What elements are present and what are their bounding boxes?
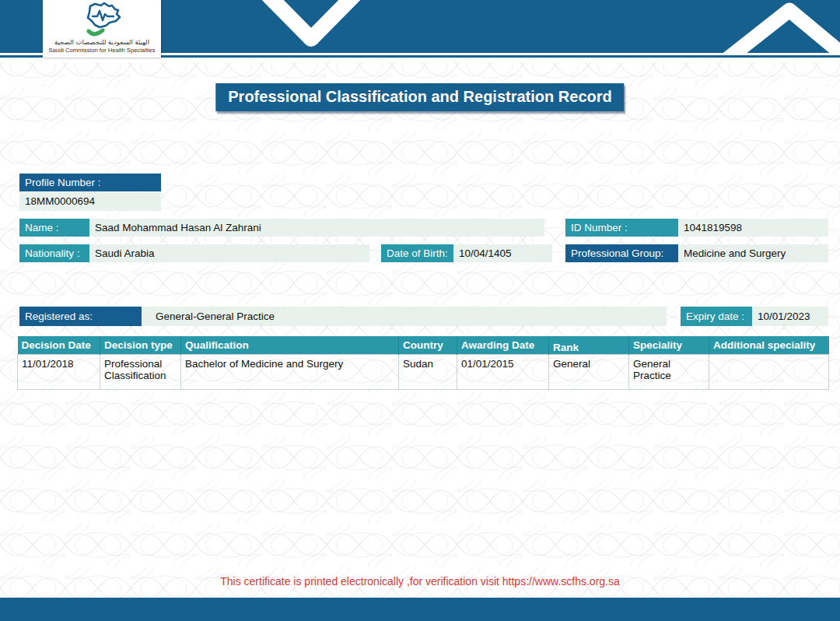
- column-header-country: Country: [399, 336, 457, 355]
- cell-decision-date: 11/01/2018: [18, 355, 100, 390]
- id-number-label: ID Number :: [565, 219, 678, 237]
- saudi-map-pulse-icon: [73, 2, 131, 39]
- column-header-awarding-date: Awarding Date: [457, 336, 549, 355]
- professional-group-label: Professional Group:: [565, 244, 678, 262]
- cell-additional-speciality: [709, 355, 829, 390]
- nationality-value: Saudi Arabia: [89, 244, 369, 262]
- column-header-rank: Rank: [549, 336, 629, 355]
- nationality-label: Nationality :: [19, 244, 89, 262]
- registered-as-value: General-General Practice: [142, 307, 667, 326]
- profile-number-label: Profile Number :: [19, 174, 161, 191]
- chevron-down-icon: [257, 0, 366, 48]
- name-value: Saad Mohammad Hasan Al Zahrani: [89, 219, 544, 237]
- cell-rank: General: [549, 355, 629, 390]
- table-header-row: Decision Date Decision type Qualificatio…: [18, 336, 829, 355]
- classification-records-table: Decision Date Decision type Qualificatio…: [17, 336, 829, 390]
- chevron-up-icon: [723, 0, 840, 53]
- column-header-additional-speciality: Additional speciality: [709, 336, 829, 355]
- registered-as-label: Registered as:: [19, 307, 142, 326]
- certificate-page: الهيئة السعودية للتخصصات الصحية Saudi Co…: [0, 0, 840, 621]
- logo-arabic-text: الهيئة السعودية للتخصصات الصحية: [54, 39, 149, 46]
- cell-awarding-date: 01/01/2015: [457, 355, 549, 390]
- footer-banner: [0, 598, 840, 621]
- cell-speciality: General Practice: [629, 355, 709, 390]
- cell-decision-type: Professional Classification: [100, 355, 181, 390]
- date-of-birth-label: Date of Birth:: [381, 244, 453, 262]
- logo-english-text: Saudi Commission for Health Specialties: [48, 47, 155, 54]
- cell-qualification: Bachelor of Medicine and Surgery: [181, 355, 399, 390]
- column-header-decision-date: Decision Date: [18, 336, 100, 355]
- expiry-date-value: 10/01/2023: [752, 307, 828, 326]
- table-row: 11/01/2018 Professional Classification B…: [18, 355, 829, 390]
- verification-note: This certificate is printed electronical…: [0, 575, 840, 588]
- professional-group-value: Medicine and Surgery: [678, 244, 828, 262]
- date-of-birth-value: 10/04/1405: [453, 244, 552, 262]
- profile-number-value: 18MM0000694: [19, 192, 161, 211]
- id-number-value: 1041819598: [678, 219, 828, 237]
- cell-country: Sudan: [399, 355, 457, 390]
- column-header-qualification: Qualification: [181, 336, 399, 355]
- scfhs-logo: الهيئة السعودية للتخصصات الصحية Saudi Co…: [43, 0, 161, 58]
- column-header-decision-type: Decision type: [100, 336, 181, 355]
- page-title: Professional Classification and Registra…: [215, 83, 624, 111]
- column-header-speciality: Speciality: [629, 336, 709, 355]
- name-label: Name :: [19, 219, 89, 237]
- expiry-date-label: Expiry date :: [681, 307, 752, 326]
